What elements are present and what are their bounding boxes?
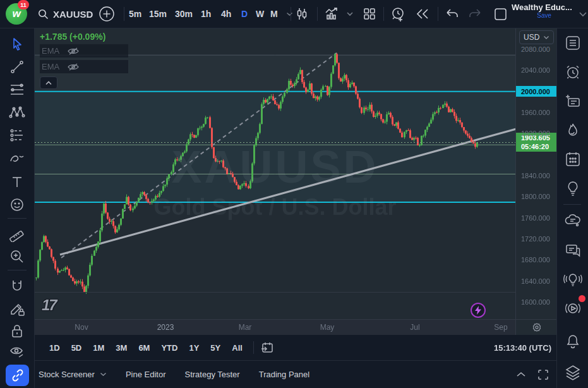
timeframe-5m[interactable]: 5m: [129, 0, 141, 28]
currency-select[interactable]: USD: [519, 30, 554, 44]
goto-date-button[interactable]: [260, 341, 274, 355]
live-badge: [579, 295, 585, 302]
alert-price-label[interactable]: 2000.000: [516, 86, 557, 97]
calendar-button[interactable]: [562, 149, 584, 170]
price-tick: 1920.000: [521, 130, 550, 137]
chart-area[interactable]: XAUUSD Gold Spot / U.S. Dollar 17 +1.785…: [35, 28, 556, 335]
notifications-button[interactable]: [562, 330, 584, 352]
chart-style-button[interactable]: [294, 0, 309, 28]
cursor-icon: [10, 37, 24, 51]
panel-maximize-icon[interactable]: [537, 369, 549, 380]
chat-cloud-button[interactable]: [562, 210, 584, 232]
chevron-down-icon: [286, 12, 293, 16]
stay-in-drawing-mode[interactable]: [6, 298, 28, 319]
redo-button[interactable]: [467, 0, 483, 28]
tab-strategy-tester[interactable]: Strategy Tester: [184, 370, 239, 379]
range-All[interactable]: All: [226, 341, 248, 355]
range-1M[interactable]: 1M: [87, 341, 110, 355]
toolbar-divider: [438, 7, 438, 21]
range-6M[interactable]: 6M: [133, 341, 155, 355]
trend-line-tool[interactable]: [6, 56, 28, 78]
topbar-overflow-chevron[interactable]: [579, 0, 587, 28]
timeframe-menu-chevron[interactable]: [286, 0, 293, 28]
bell-icon: [565, 333, 580, 349]
timeframe-4h[interactable]: 4h: [221, 0, 231, 28]
layout-grid-button[interactable]: [363, 0, 376, 28]
legend-collapse-button[interactable]: [40, 76, 57, 89]
economic-calendar-icon: [565, 151, 581, 167]
price-tick: 2080.000: [521, 45, 550, 53]
plus-circle-icon: [99, 6, 115, 22]
price-axis[interactable]: USD 2000.000 1903.605 05:46:20 2080.0002…: [515, 28, 556, 335]
magnet-tool[interactable]: [6, 275, 28, 296]
cursor-tool[interactable]: [6, 33, 28, 55]
chevron-down-icon: [100, 372, 107, 377]
hotlists-button[interactable]: [562, 119, 584, 141]
price-tick: 1600.000: [521, 298, 550, 306]
tradingview-logo[interactable]: 17: [42, 296, 56, 314]
layout-name-button[interactable]: Wealthy Educ... Save: [512, 3, 572, 27]
create-alert-button[interactable]: [390, 0, 406, 28]
ema-indicator-row[interactable]: EMA: [40, 60, 128, 73]
private-chats-button[interactable]: [562, 239, 584, 261]
brush-tool[interactable]: [6, 147, 28, 169]
tab-stock-screener[interactable]: Stock Screener: [39, 370, 107, 379]
tab-pine-editor[interactable]: Pine Editor: [126, 370, 166, 379]
range-5D[interactable]: 5D: [66, 341, 88, 355]
ema-indicator-row[interactable]: EMA: [40, 44, 128, 58]
timeframe-30m[interactable]: 30m: [175, 0, 193, 28]
range-5Y[interactable]: 5Y: [205, 341, 226, 355]
indicators-menu-chevron[interactable]: [346, 0, 354, 28]
symbol-search[interactable]: XAUUSD: [38, 0, 93, 28]
horizontal-lines-icon: [9, 82, 25, 97]
panel-expand-chevron[interactable]: [516, 372, 526, 377]
pencil-lock-icon: [9, 300, 25, 317]
eye-off-icon[interactable]: [67, 63, 80, 71]
time-label-Jul: Jul: [410, 323, 419, 332]
ideas-stream-button[interactable]: [562, 269, 584, 290]
timeframe-D[interactable]: D: [241, 0, 248, 28]
clock-label[interactable]: 15:13:40 (UTC): [494, 343, 551, 353]
axis-settings-button[interactable]: [516, 319, 557, 335]
save-layout-button[interactable]: [494, 0, 507, 28]
eye-off-icon[interactable]: [67, 47, 80, 56]
price-tick: 1720.000: [521, 235, 550, 243]
indicators-button[interactable]: [323, 0, 340, 28]
fib-tool[interactable]: [6, 79, 28, 100]
range-1D[interactable]: 1D: [44, 341, 66, 355]
ideas-button[interactable]: [562, 178, 584, 199]
tab-trading-panel[interactable]: Trading Panel: [259, 370, 309, 379]
bottom-panel: Stock Screener Pine Editor Strategy Test…: [35, 360, 556, 388]
timeframe-M[interactable]: M: [270, 0, 278, 28]
time-label-Mar: Mar: [239, 323, 252, 332]
forecast-tool[interactable]: [6, 124, 28, 146]
object-tree-button[interactable]: [562, 362, 584, 384]
timeframe-1h[interactable]: 1h: [201, 0, 211, 28]
watchlist-button[interactable]: [562, 32, 584, 54]
sync-drawings-button[interactable]: [6, 365, 29, 386]
tab-label: Trading Panel: [259, 370, 309, 379]
bar-replay-button[interactable]: [415, 0, 430, 28]
compare-add-button[interactable]: [99, 0, 115, 28]
emoji-tool[interactable]: [6, 194, 28, 215]
save-link[interactable]: Save: [537, 12, 572, 19]
measure-tool[interactable]: [6, 223, 28, 245]
time-axis[interactable]: Nov2023MarMayJulSep: [35, 319, 515, 335]
text-tool[interactable]: [6, 171, 28, 193]
notes-button[interactable]: [562, 90, 584, 112]
lock-all-drawings[interactable]: [6, 320, 28, 342]
range-3M[interactable]: 3M: [110, 341, 133, 355]
range-YTD[interactable]: YTD: [155, 341, 183, 355]
pane-divider[interactable]: [35, 292, 515, 293]
alerts-button[interactable]: [562, 61, 584, 83]
undo-button[interactable]: [445, 0, 460, 28]
range-1Y[interactable]: 1Y: [183, 341, 205, 355]
timeframe-W[interactable]: W: [256, 0, 264, 28]
pattern-tool[interactable]: [6, 102, 28, 123]
timeframe-15m[interactable]: 15m: [149, 0, 167, 28]
lightbulb-icon: [565, 180, 580, 197]
hide-drawings[interactable]: [6, 342, 28, 363]
quick-trade-button[interactable]: [471, 303, 486, 318]
live-streams-button[interactable]: [562, 298, 584, 319]
zoom-in-tool[interactable]: [6, 246, 28, 267]
